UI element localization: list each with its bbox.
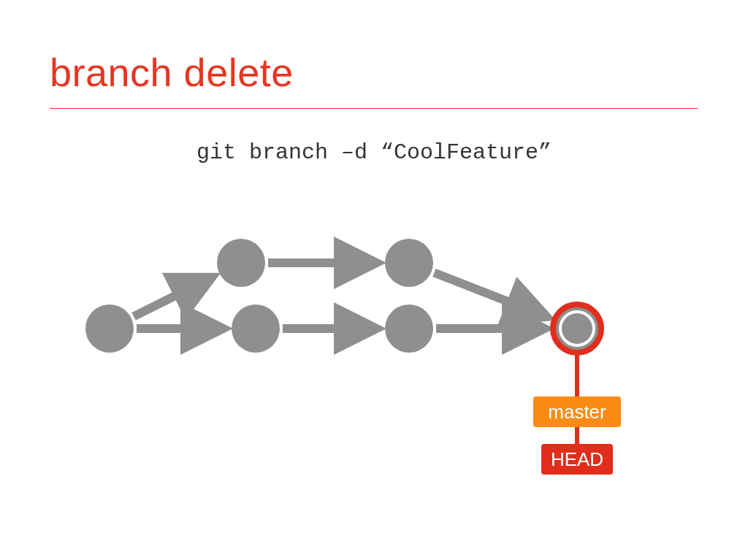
commit-node	[85, 304, 134, 353]
commit-nodes	[85, 239, 601, 353]
branch-label-master: master	[533, 396, 621, 427]
svg-point-0	[560, 312, 594, 345]
edge	[134, 277, 213, 316]
edge	[434, 272, 548, 317]
commit-node	[385, 239, 433, 287]
commit-node	[217, 239, 265, 287]
git-graph-diagram: master HEAD	[73, 219, 672, 496]
commit-edges	[134, 263, 548, 329]
commit-node	[232, 304, 280, 353]
commit-node	[385, 304, 433, 353]
slide-title: branch delete	[50, 50, 294, 95]
git-command-text: git branch –d “CoolFeature”	[0, 140, 748, 165]
head-label: HEAD	[541, 444, 613, 475]
title-divider	[50, 108, 698, 109]
